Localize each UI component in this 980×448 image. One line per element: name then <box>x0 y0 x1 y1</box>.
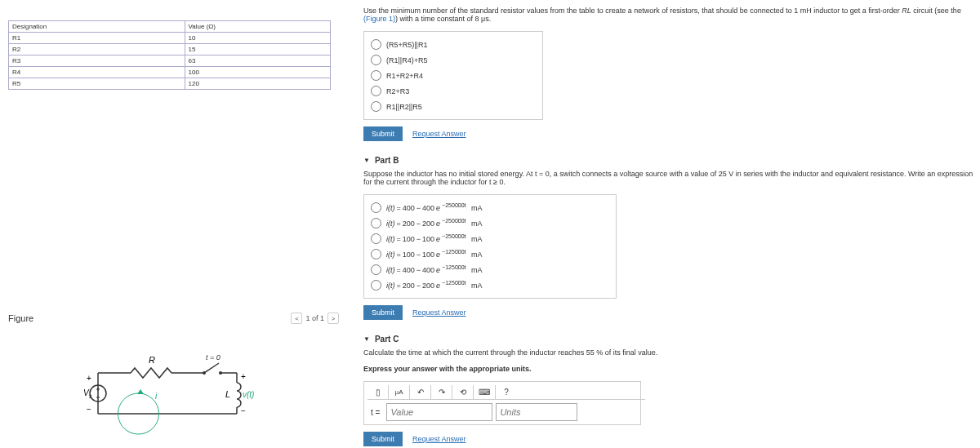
submit-button-c[interactable]: Submit <box>363 432 403 446</box>
opt-a0[interactable] <box>371 39 381 50</box>
svg-line-4 <box>204 363 219 373</box>
resistor-table: Designation Value (Ω) R110 R215 R363 R41… <box>8 20 331 90</box>
opt-b4[interactable] <box>371 264 381 275</box>
col-designation: Designation <box>9 21 185 33</box>
figure-link[interactable]: (Figure 1) <box>363 15 395 23</box>
table-row: R215 <box>9 44 331 55</box>
table-row: R4100 <box>9 67 331 78</box>
part-a-prompt: Use the minimum number of the standard r… <box>363 7 973 23</box>
svg-text:i: i <box>155 392 158 401</box>
circuit-diagram: R t = 0 L v(t) + − <box>82 348 339 440</box>
figure-label: Figure <box>8 313 33 323</box>
svg-text:s: s <box>89 393 92 399</box>
opt-a4[interactable] <box>371 101 381 112</box>
reset-icon[interactable]: ⟲ <box>452 385 474 399</box>
redo-icon[interactable]: ↷ <box>431 385 452 399</box>
svg-point-5 <box>203 371 206 375</box>
opt-b3[interactable] <box>371 249 381 259</box>
figure-count: 1 of 1 <box>305 314 324 322</box>
part-c-prompt1: Calculate the time at which the current … <box>363 348 973 357</box>
opt-b1[interactable] <box>371 218 381 228</box>
opt-b0[interactable] <box>371 202 381 213</box>
svg-text:−: − <box>241 406 246 415</box>
help-icon[interactable]: ? <box>496 385 517 399</box>
submit-button-a[interactable]: Submit <box>363 126 403 141</box>
svg-marker-24 <box>137 389 144 394</box>
svg-text:t = 0: t = 0 <box>206 353 220 362</box>
opt-b2[interactable] <box>371 233 381 244</box>
request-answer-c[interactable]: Request Answer <box>412 435 466 443</box>
part-c-prompt2: Express your answer with the appropriate… <box>363 365 973 373</box>
caret-down-icon: ▼ <box>363 157 370 164</box>
part-b-options: i(t) = 400 − 400e−250000t mA i(t) = 200 … <box>363 194 617 299</box>
caret-down-icon: ▼ <box>363 335 370 343</box>
svg-text:−: − <box>87 405 91 414</box>
table-row: R363 <box>9 55 331 67</box>
svg-text:L: L <box>225 389 230 399</box>
svg-text:v(t): v(t) <box>243 390 254 399</box>
opt-b5[interactable] <box>371 280 381 291</box>
table-row: R5120 <box>9 78 331 90</box>
figure-next-button[interactable]: > <box>327 313 339 324</box>
units-icon[interactable]: μA <box>389 385 410 399</box>
opt-a1[interactable] <box>371 55 381 65</box>
figure-nav: < 1 of 1 > <box>291 313 339 324</box>
part-b-header[interactable]: ▼ Part B <box>363 151 973 170</box>
request-answer-a[interactable]: Request Answer <box>412 130 466 138</box>
part-c-header[interactable]: ▼ Part C <box>363 330 973 348</box>
figure-prev-button[interactable]: < <box>291 313 302 324</box>
templates-icon[interactable]: ▯ <box>368 385 389 399</box>
submit-button-b[interactable]: Submit <box>363 305 403 320</box>
table-row: R110 <box>9 33 331 44</box>
col-value: Value (Ω) <box>185 21 330 33</box>
request-answer-b[interactable]: Request Answer <box>412 308 466 317</box>
units-input[interactable] <box>496 403 577 421</box>
opt-a3[interactable] <box>371 86 381 96</box>
part-b-prompt: Suppose the inductor has no initial stor… <box>363 170 973 186</box>
svg-text:R: R <box>149 355 155 365</box>
undo-icon[interactable]: ↶ <box>410 385 431 399</box>
svg-text:+: + <box>241 372 246 381</box>
keyboard-icon[interactable]: ⌨ <box>474 385 496 399</box>
part-a-options: (R5+R5)||R1 (R1||R4)+R5 R1+R2+R4 R2+R3 R… <box>363 31 543 120</box>
svg-text:+: + <box>87 374 91 383</box>
t-label: t = <box>368 403 383 421</box>
value-input[interactable] <box>386 403 492 421</box>
opt-a2[interactable] <box>371 70 381 81</box>
